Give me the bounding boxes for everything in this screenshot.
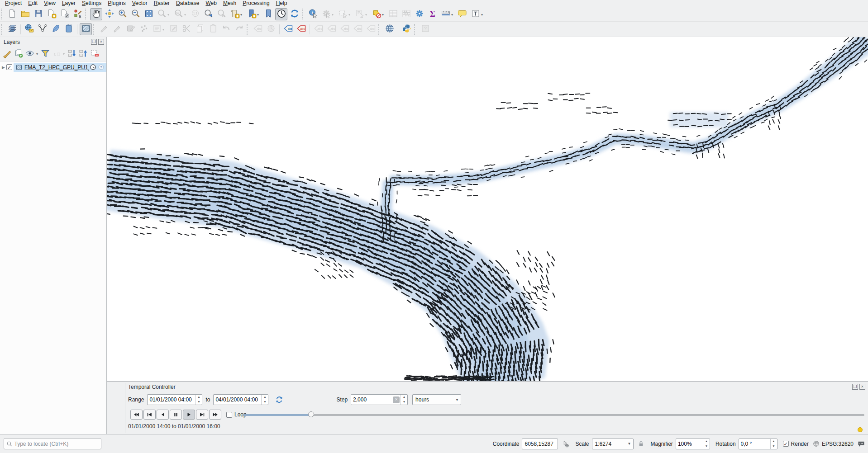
new-geopackage-layer-button[interactable] bbox=[49, 23, 62, 35]
fast-forward-button[interactable] bbox=[209, 410, 221, 420]
expand-all-button[interactable] bbox=[67, 48, 77, 59]
measure-button[interactable]: ▾ bbox=[439, 8, 452, 20]
metasearch-button[interactable] bbox=[383, 23, 396, 35]
spinner-arrows-icon[interactable]: ▲▼ bbox=[770, 439, 777, 449]
clear-step-icon[interactable]: × bbox=[393, 396, 400, 403]
float-panel-icon[interactable]: ❐ bbox=[91, 39, 97, 45]
menu-layer[interactable]: Layer bbox=[59, 0, 79, 7]
render-checkbox[interactable]: ✓ bbox=[783, 441, 789, 447]
pause-button[interactable] bbox=[170, 410, 182, 420]
magnifier-spinbox[interactable]: ▲▼ bbox=[676, 439, 710, 449]
remove-layer-button[interactable] bbox=[89, 48, 100, 59]
messages-icon[interactable] bbox=[857, 440, 865, 448]
highlight-pinned-labels-button[interactable]: ab bbox=[282, 23, 294, 35]
menu-settings[interactable]: Settings bbox=[79, 0, 105, 7]
open-project-button[interactable] bbox=[19, 8, 31, 20]
spinner-arrows-icon[interactable]: ▲▼ bbox=[703, 439, 710, 449]
range-start-spinbox[interactable]: ▲▼ bbox=[147, 394, 202, 405]
layer-checkbox[interactable]: ✓ bbox=[6, 64, 12, 70]
text-annotation-button[interactable]: ▾ bbox=[469, 8, 482, 20]
rotation-input[interactable] bbox=[739, 441, 770, 447]
mesh-digitizing-button[interactable] bbox=[80, 23, 92, 35]
step-back-button[interactable] bbox=[157, 410, 169, 420]
step-spinbox[interactable]: × ▲▼ bbox=[351, 394, 408, 405]
add-vector-layer-button[interactable] bbox=[23, 23, 35, 35]
slider-handle[interactable] bbox=[308, 411, 314, 417]
open-layer-styling-button[interactable] bbox=[2, 48, 13, 59]
zoom-last-button[interactable] bbox=[202, 8, 215, 20]
notification-icon[interactable] bbox=[858, 427, 863, 432]
new-project-button[interactable] bbox=[6, 8, 18, 20]
data-source-manager-button[interactable] bbox=[6, 23, 18, 35]
manage-map-themes-button[interactable]: ▾ bbox=[24, 48, 35, 59]
range-start-input[interactable] bbox=[148, 396, 195, 403]
spinner-arrows-icon[interactable]: ▲▼ bbox=[261, 395, 268, 405]
statistics-panel-button[interactable]: Σ bbox=[426, 8, 439, 20]
menu-web[interactable]: Web bbox=[202, 0, 219, 7]
crs-status[interactable]: EPSG:32620 bbox=[822, 441, 854, 447]
pan-map-button[interactable] bbox=[90, 8, 102, 20]
layer-selection[interactable]: FMA_T2_HPC_GPU_PU1_10 ? bbox=[14, 63, 106, 72]
menu-help[interactable]: Help bbox=[273, 0, 291, 7]
refresh-map-button[interactable] bbox=[288, 8, 300, 20]
layer-name[interactable]: FMA_T2_HPC_GPU_PU1_10 bbox=[24, 64, 89, 71]
menu-vector[interactable]: Vector bbox=[129, 0, 151, 7]
show-layout-manager-button[interactable] bbox=[58, 8, 71, 20]
step-input[interactable] bbox=[351, 396, 393, 403]
play-button[interactable] bbox=[183, 410, 195, 420]
show-spatial-bookmarks-button[interactable]: ▾ bbox=[245, 8, 258, 20]
bookmark-manager-button[interactable] bbox=[262, 8, 274, 20]
close-panel-icon[interactable]: × bbox=[859, 384, 865, 390]
menu-plugins[interactable]: Plugins bbox=[105, 0, 129, 7]
rotation-spinbox[interactable]: ▲▼ bbox=[739, 439, 777, 449]
range-end-input[interactable] bbox=[214, 396, 261, 403]
toggle-unplaced-labels-button[interactable]: abc bbox=[295, 23, 307, 35]
menu-project[interactable]: Project bbox=[2, 0, 25, 7]
time-slider[interactable] bbox=[243, 411, 864, 418]
menu-raster[interactable]: Raster bbox=[151, 0, 173, 7]
menu-view[interactable]: View bbox=[41, 0, 59, 7]
locator-input[interactable] bbox=[14, 440, 99, 448]
spinner-arrows-icon[interactable]: ▲▼ bbox=[195, 395, 202, 405]
rewind-button[interactable] bbox=[130, 410, 143, 420]
collapse-all-button[interactable] bbox=[78, 48, 89, 59]
skip-to-start-button[interactable] bbox=[143, 410, 156, 420]
menu-edit[interactable]: Edit bbox=[25, 0, 41, 7]
pan-to-selection-button[interactable] bbox=[103, 8, 115, 20]
new-shapefile-layer-button[interactable] bbox=[36, 23, 48, 35]
new-spatial-bookmark-button[interactable]: ▾ bbox=[229, 8, 241, 20]
map-tips-button[interactable] bbox=[456, 8, 468, 20]
spinner-arrows-icon[interactable]: ▲▼ bbox=[401, 395, 407, 405]
expand-layer-icon[interactable]: ▶ bbox=[2, 65, 6, 70]
new-print-layout-button[interactable] bbox=[45, 8, 57, 20]
layers-tree[interactable]: ▶ ✓ FMA_T2_HPC_GPU_PU1_10 ? bbox=[0, 61, 106, 434]
menu-mesh[interactable]: Mesh bbox=[220, 0, 239, 7]
crs-globe-icon[interactable] bbox=[812, 440, 820, 448]
skip-to-end-button[interactable] bbox=[196, 410, 208, 420]
processing-toolbox-button[interactable] bbox=[413, 8, 425, 20]
layer-crs-indicator-icon[interactable]: ? bbox=[98, 64, 105, 71]
loop-checkbox[interactable] bbox=[226, 412, 232, 418]
menu-database[interactable]: Database bbox=[173, 0, 202, 7]
slider-groove[interactable] bbox=[243, 414, 864, 416]
filter-legend-button[interactable] bbox=[40, 48, 51, 59]
temporal-controller-panel-button[interactable] bbox=[275, 8, 287, 20]
step-unit-combobox[interactable]: hours ▼ bbox=[412, 394, 461, 405]
save-project-button[interactable] bbox=[32, 8, 44, 20]
locator-box[interactable] bbox=[4, 438, 101, 449]
zoom-full-button[interactable] bbox=[143, 8, 155, 20]
layer-temporal-indicator-icon[interactable] bbox=[90, 64, 97, 71]
close-panel-icon[interactable]: × bbox=[98, 39, 104, 45]
coordinate-field[interactable]: 6058,15287 bbox=[522, 439, 558, 449]
zoom-out-button[interactable] bbox=[129, 8, 142, 20]
layer-row[interactable]: ▶ ✓ FMA_T2_HPC_GPU_PU1_10 ? bbox=[0, 62, 106, 72]
range-end-spinbox[interactable]: ▲▼ bbox=[213, 394, 268, 405]
refresh-range-icon[interactable] bbox=[274, 394, 285, 405]
menu-processing[interactable]: Processing bbox=[239, 0, 272, 7]
python-console-button[interactable] bbox=[401, 23, 413, 35]
magnifier-input[interactable] bbox=[676, 441, 703, 447]
style-manager-button[interactable]: a bbox=[72, 8, 84, 20]
add-group-button[interactable] bbox=[13, 48, 24, 59]
zoom-in-button[interactable] bbox=[116, 8, 129, 20]
new-virtual-layer-button[interactable] bbox=[62, 23, 75, 35]
